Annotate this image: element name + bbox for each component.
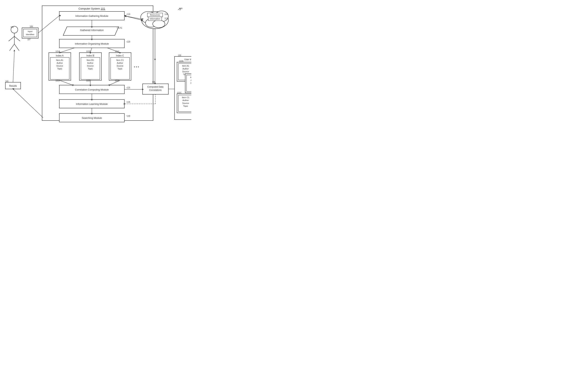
svg-rect-22 — [79, 53, 101, 80]
svg-text:Topic: Topic — [57, 68, 62, 70]
correlation-computing-text: Correlation Computing Module — [75, 88, 109, 91]
svg-marker-79 — [14, 50, 15, 51]
svg-rect-50 — [59, 114, 124, 122]
svg-point-3 — [155, 11, 168, 22]
svg-line-38 — [107, 48, 120, 53]
svg-point-63 — [11, 26, 18, 33]
svg-line-67 — [10, 44, 14, 51]
svg-text:Source: Source — [57, 65, 63, 67]
index-b-label: Index B — [87, 54, 94, 57]
svg-rect-40 — [59, 85, 124, 94]
svg-marker-10 — [63, 27, 119, 35]
searching-text: Searching Module — [82, 116, 102, 119]
ref-120: ~120 — [126, 41, 130, 43]
index-a-label: Index A — [56, 54, 63, 57]
diagram-svg: Internet 115 Resources Information 116 1… — [0, 0, 191, 124]
svg-line-66 — [14, 36, 20, 41]
resources-label: Resources — [150, 14, 160, 16]
ref-130: 130 — [178, 54, 181, 57]
svg-rect-28 — [109, 53, 131, 80]
svg-rect-29 — [111, 57, 130, 79]
svg-marker-77 — [12, 88, 14, 90]
svg-marker-74 — [59, 15, 61, 17]
svg-text:Source: Source — [182, 102, 189, 104]
svg-text:Author: Author — [183, 68, 189, 70]
svg-text:Author: Author — [87, 62, 94, 64]
svg-marker-35 — [59, 52, 60, 54]
svg-marker-49 — [91, 99, 93, 101]
svg-rect-70 — [23, 29, 37, 37]
svg-line-34 — [60, 48, 75, 53]
svg-rect-6 — [147, 13, 163, 17]
ref-110: ~110 — [126, 13, 130, 15]
svg-rect-53 — [143, 84, 168, 94]
ref-121c: 121C — [115, 50, 119, 52]
svg-rect-82 — [178, 63, 191, 80]
svg-text:Item B1: Item B1 — [190, 76, 191, 78]
info-gathering-text: Information Gathering Module — [76, 15, 108, 18]
svg-text:Topic: Topic — [117, 68, 122, 70]
dots: • • • — [134, 65, 139, 69]
svg-text:Input: Input — [28, 30, 32, 33]
svg-rect-93 — [177, 94, 191, 113]
info-learning-text: Information Learning Module — [76, 103, 108, 105]
svg-text:Topic: Topic — [183, 73, 188, 76]
svg-text:Author: Author — [57, 62, 63, 64]
svg-marker-15 — [91, 39, 93, 40]
computed-correlations-text: Computed Data — [147, 86, 163, 88]
svg-line-9 — [125, 16, 142, 20]
svg-marker-42 — [72, 85, 74, 86]
svg-rect-81 — [177, 62, 191, 81]
svg-text:Item B1: Item B1 — [87, 59, 94, 61]
svg-rect-87 — [185, 74, 191, 93]
ref-107: 107 — [27, 38, 31, 40]
user-interface-title: User Interface — [184, 58, 191, 61]
svg-rect-94 — [178, 95, 191, 112]
gathered-info-text: Gathered Information — [80, 29, 104, 32]
svg-rect-23 — [81, 57, 100, 79]
svg-point-1 — [142, 12, 168, 29]
svg-line-36 — [90, 48, 92, 53]
svg-marker-100 — [124, 15, 126, 17]
svg-rect-75 — [5, 82, 21, 89]
svg-line-73 — [38, 16, 59, 33]
svg-text:Item A1: Item A1 — [182, 65, 189, 67]
svg-text:Author: Author — [191, 79, 191, 81]
svg-rect-80 — [174, 57, 191, 120]
svg-point-2 — [141, 12, 156, 23]
svg-rect-88 — [187, 75, 191, 92]
svg-marker-46 — [109, 85, 110, 86]
ref-122c-ui: 122C — [177, 92, 182, 94]
svg-marker-62 — [154, 59, 156, 60]
ref-126: 126 — [152, 81, 155, 83]
ref-106: 106 — [30, 25, 33, 28]
ref-121b: 121B — [86, 50, 91, 52]
svg-text:Author: Author — [183, 99, 189, 101]
svg-rect-7 — [148, 17, 162, 21]
svg-rect-8 — [59, 12, 124, 20]
diagram: Internet 115 Resources Information 116 1… — [0, 0, 191, 124]
svg-text:Topic: Topic — [88, 68, 93, 70]
svg-rect-0 — [42, 6, 153, 121]
svg-marker-55 — [142, 89, 144, 90]
svg-marker-52 — [91, 113, 93, 114]
svg-line-99 — [125, 16, 142, 19]
internet-label: Internet — [149, 15, 157, 18]
svg-line-68 — [14, 44, 19, 51]
ref-125: ~125 — [126, 87, 130, 89]
svg-marker-44 — [90, 85, 91, 86]
computed-correlations-text2: Correlations — [149, 89, 162, 92]
ref-100: 100 — [179, 7, 182, 10]
ref-135: ~135 — [126, 101, 130, 103]
svg-marker-39 — [119, 52, 121, 54]
svg-line-65 — [9, 36, 14, 41]
ref-117: 117 — [165, 18, 168, 19]
ref-141: 141 — [5, 80, 9, 82]
results-text: Results — [9, 85, 17, 87]
svg-text:Topic: Topic — [183, 105, 188, 107]
svg-marker-12 — [91, 26, 93, 28]
svg-marker-37 — [90, 52, 91, 54]
svg-rect-17 — [50, 57, 69, 79]
ref-140: ~140 — [126, 115, 130, 117]
svg-text:Identifies: Identifies — [26, 33, 35, 36]
